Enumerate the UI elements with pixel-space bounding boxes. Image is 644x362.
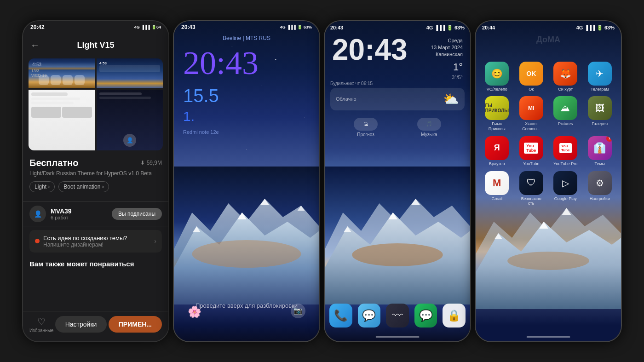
- svg-point-7: [192, 240, 301, 268]
- app-item: OK Ок: [517, 62, 546, 92]
- promo-dot: [35, 239, 40, 243]
- file-size: ⬇ 59,9M: [140, 160, 162, 166]
- lock-temperature: 15.5: [183, 86, 219, 106]
- phone1-status-icons: 4G ▐▐▐ 🔋64: [134, 25, 161, 29]
- tags-row: Light › Boot animation ›: [29, 181, 162, 192]
- tag-light[interactable]: Light ›: [29, 181, 55, 192]
- app-icon-gallery[interactable]: 🖼: [588, 96, 612, 120]
- phone4-screen: 20:44 4G ▐▐▐ 🔋 63% ДоМА 😊 VC/лелепо OK О…: [476, 21, 621, 341]
- app-icon-gigs[interactable]: ГЫПРИКОЛЫ: [485, 96, 509, 120]
- weather-card: Облачно ⛅: [330, 88, 465, 110]
- shortcut-music[interactable]: 🎵 Музыка: [417, 118, 441, 137]
- app-icon-settings[interactable]: ⚙: [588, 171, 612, 195]
- phone2-status-icons: 4G ▐▐▐ 🔋 63%: [280, 25, 312, 29]
- dock-lock[interactable]: 🔒: [443, 304, 466, 328]
- app-icon-gmail[interactable]: M: [485, 171, 509, 195]
- app-item: YouTube YouTube: [517, 136, 546, 167]
- dock-stats[interactable]: 〰: [386, 304, 409, 328]
- settings-button[interactable]: Настройки: [55, 316, 107, 333]
- camera-icon[interactable]: 📷: [291, 304, 305, 318]
- bottom-bar: ♡ Избранные Настройки ПРИМЕН...: [23, 311, 168, 341]
- subscribe-button[interactable]: Вы подписаны: [112, 208, 162, 220]
- heart-icon: ♡: [37, 316, 46, 327]
- author-name: MVA39: [51, 207, 72, 215]
- dock-phone[interactable]: 📞: [329, 304, 352, 328]
- nav-indicator-4: [527, 336, 570, 338]
- app-icon-telegram[interactable]: ✈: [588, 62, 612, 86]
- phone3-status-bar: 20:43 4G ▐▐▐ 🔋 63%: [325, 21, 470, 33]
- promo-card[interactable]: Есть идея по созданию темы? Напишите диз…: [29, 230, 162, 253]
- app-item: M Gmail: [482, 171, 512, 207]
- app-icon-security[interactable]: 🛡: [519, 171, 543, 195]
- app-item: ⚙ Настройки: [585, 171, 615, 207]
- app-icon-youtube[interactable]: YouTube: [519, 136, 543, 160]
- apply-button[interactable]: ПРИМЕН...: [109, 316, 162, 333]
- app-item: MI Xiaomi Commu...: [517, 96, 546, 132]
- shortcut-forecast[interactable]: 🌤 Прогноз: [354, 118, 378, 137]
- app-item: Я Браузер: [482, 136, 512, 167]
- promo-arrow: ›: [154, 237, 156, 245]
- dock-messages[interactable]: 💬: [358, 304, 381, 328]
- preview-white: [29, 90, 95, 150]
- lock-device-name: Redmi note 12e: [183, 129, 219, 135]
- app-icon-ok[interactable]: OK: [519, 62, 543, 86]
- app-item: ⛰ Pictures: [551, 96, 581, 132]
- phone1-time: 20:42: [30, 24, 45, 30]
- lock-carrier: Beeline | MTS RUS: [174, 35, 319, 41]
- phone3-shortcuts: 🌤 Прогноз 🎵 Музыка: [325, 118, 470, 137]
- music-btn[interactable]: 🎵: [417, 118, 441, 131]
- svg-point-20: [507, 252, 589, 270]
- app-icon-pictures[interactable]: ⛰: [553, 96, 577, 120]
- lock-battery-display: 1.: [183, 109, 195, 124]
- promo-title: Есть идея по созданию темы?: [43, 235, 150, 241]
- phone4-time: 20:44: [482, 25, 495, 31]
- preview-dark: 👤: [97, 90, 163, 150]
- mountains-svg: [174, 167, 319, 305]
- phone1-status-bar: 20:42 4G ▐▐▐ 🔋64: [23, 21, 168, 31]
- author-works: 6 работ: [51, 215, 72, 220]
- app-icon-themes[interactable]: 👔 1: [588, 136, 612, 160]
- author-avatar: 👤: [29, 206, 46, 222]
- app-icon-si-hurt[interactable]: 🦊: [553, 62, 577, 86]
- price-row: Бесплатно ⬇ 59,9M: [29, 158, 162, 168]
- phone4-status-bar: 20:44 4G ▐▐▐ 🔋 63%: [476, 21, 621, 33]
- app-item: ГЫПРИКОЛЫ Гыыс Приколы: [482, 96, 512, 132]
- nav-indicator: [376, 336, 420, 338]
- phone3-time: 20:43: [330, 25, 343, 31]
- app-icon-xiaomi[interactable]: MI: [519, 96, 543, 120]
- phone2-screen: 20:43 4G ▐▐▐ 🔋 63% Beeline | MTS RUS 20:…: [174, 21, 319, 341]
- dock-whatsapp[interactable]: 💬: [414, 304, 437, 328]
- phone3-clock: 20:43: [332, 35, 408, 64]
- app-grid: 😊 VC/лелепо OK Ок 🦊 Си хурт ✈ Телеграм: [476, 58, 621, 210]
- author-info: 👤 MVA39 6 работ: [29, 206, 72, 222]
- preview-grid: 4:53 13/3WED 19 4:53: [29, 58, 163, 150]
- phone2-status-bar: 20:43 4G ▐▐▐ 🔋 63%: [174, 21, 319, 31]
- themes-badge: 1: [606, 136, 612, 142]
- app-icon-google-play[interactable]: ▷: [553, 171, 577, 195]
- app-icon-vk[interactable]: 😊: [485, 62, 509, 86]
- app-icon-yandex[interactable]: Я: [485, 136, 509, 160]
- author-row: 👤 MVA39 6 работ Вы подписаны: [23, 201, 168, 226]
- app-item: 😊 VC/лелепо: [482, 62, 512, 92]
- promo-subtitle: Напишите дизайнерам!: [43, 241, 150, 248]
- cloud-icon: ⛅: [443, 92, 459, 107]
- app-icon-youtube-pro[interactable]: YouTube: [553, 136, 577, 160]
- phone-3: 20:43 4G ▐▐▐ 🔋 63% 20:43 Среда 13 Март 2…: [324, 20, 471, 342]
- info-section: Бесплатно ⬇ 59,9M Light/Dark Russian The…: [23, 154, 168, 201]
- app-item: 🦊 Си хурт: [551, 62, 581, 92]
- flower-icon[interactable]: 🌸: [188, 305, 201, 318]
- forecast-btn[interactable]: 🌤: [354, 118, 378, 131]
- phone-4: 20:44 4G ▐▐▐ 🔋 63% ДоМА 😊 VC/лелепо OK О…: [475, 20, 622, 342]
- promo-text: Есть идея по созданию темы? Напишите диз…: [43, 235, 150, 248]
- lock-time: 20:43: [183, 46, 259, 80]
- phone3-mountains: [325, 167, 470, 305]
- phone3-screen: 20:43 4G ▐▐▐ 🔋 63% 20:43 Среда 13 Март 2…: [325, 21, 470, 341]
- preview-main: 4:53 13/3WED 19: [29, 58, 95, 88]
- preview-secondary: 4:53: [97, 58, 163, 88]
- favorites-button[interactable]: ♡ Избранные: [29, 316, 53, 333]
- tag-boot[interactable]: Boot animation ›: [58, 181, 109, 192]
- back-arrow[interactable]: ←: [30, 40, 40, 51]
- app-item: ▷ Google Play: [551, 171, 581, 207]
- phone3-weather-block: Будильник: чт 06:15 Облачно ⛅: [325, 81, 470, 110]
- phones-container: 20:42 4G ▐▐▐ 🔋64 ← Light V15 4:53 13/3WE…: [0, 0, 644, 362]
